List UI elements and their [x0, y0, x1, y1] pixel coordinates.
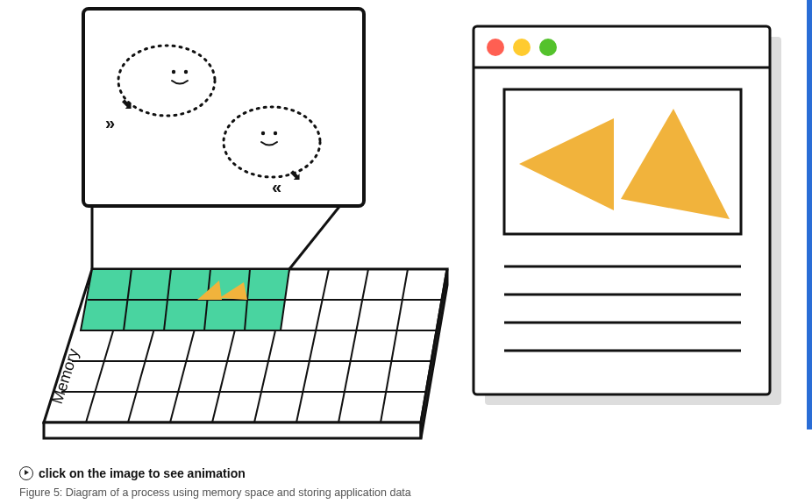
app-window [474, 26, 781, 405]
projection-lines [92, 203, 342, 269]
svg-point-31 [274, 131, 277, 135]
play-animation-hint[interactable]: click on the image to see animation [19, 466, 246, 480]
window-dot-minimize-icon [513, 39, 531, 56]
memory-plane: Memory [44, 269, 447, 438]
vertical-scrollbar[interactable] [807, 0, 812, 429]
play-icon [19, 466, 33, 480]
window-dot-zoom-icon [539, 39, 557, 56]
svg-point-25 [172, 70, 175, 74]
process-panel: » ⬊ « ⬊ [83, 9, 364, 206]
svg-text:«: « [272, 177, 281, 196]
allocated-cells [81, 269, 289, 330]
figure-caption: Figure 5: Diagram of a process using mem… [19, 486, 411, 499]
svg-point-26 [184, 70, 188, 74]
svg-point-30 [261, 131, 265, 135]
svg-text:⬊: ⬊ [289, 167, 301, 182]
window-dot-close-icon [487, 39, 504, 56]
svg-line-22 [289, 203, 342, 269]
diagram-illustration[interactable]: Memory » ⬊ [18, 2, 789, 458]
play-caption: click on the image to see animation [39, 466, 246, 480]
svg-marker-1 [44, 422, 421, 438]
svg-text:»: » [105, 113, 115, 132]
figure-container: Memory » ⬊ [0, 0, 812, 504]
svg-text:⬊: ⬊ [121, 96, 132, 111]
